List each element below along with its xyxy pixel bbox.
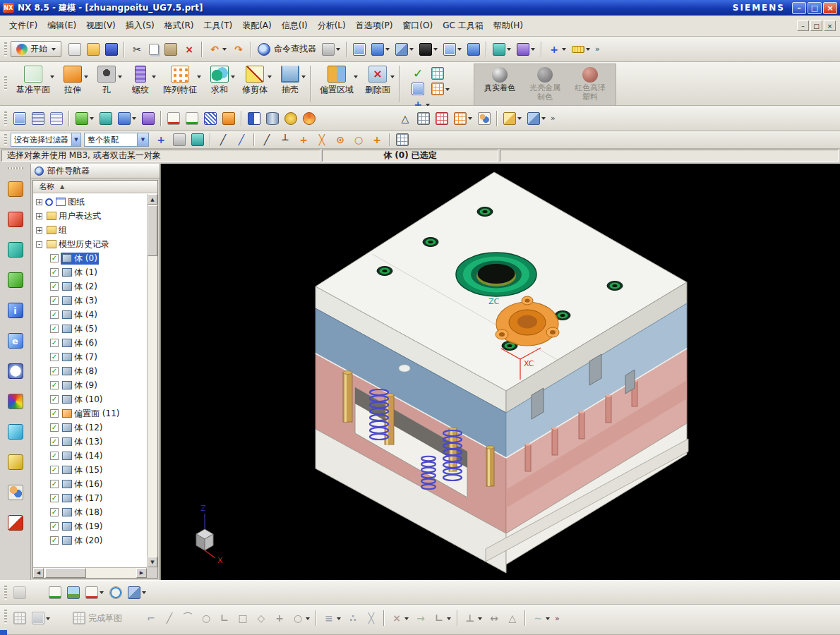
chevron-down-icon[interactable]: ▼ — [71, 133, 80, 146]
name-column-header[interactable]: 名称 ▲ — [33, 181, 157, 193]
window-arrange-icon[interactable] — [465, 41, 482, 58]
scroll-down-icon[interactable]: ▼ — [148, 557, 157, 567]
tree-checkbox[interactable]: ✓ — [50, 508, 59, 516]
shading-button[interactable]: 红色高泽塑料 — [568, 65, 613, 104]
new-file-icon[interactable] — [66, 41, 83, 58]
rectangle-icon[interactable]: □ — [234, 610, 251, 627]
feature-button[interactable]: 抽壳 — [273, 64, 307, 103]
dropdown-arrow[interactable] — [478, 617, 482, 622]
toolbar-grip[interactable] — [4, 134, 7, 145]
tree-checkbox[interactable]: ✓ — [50, 268, 59, 277]
tree-horizontal-scrollbar[interactable]: ◀ ▶ — [33, 567, 147, 578]
tree-item[interactable]: ✓ 体 (1) — [33, 265, 147, 279]
tree-item[interactable]: + 组 — [33, 223, 147, 237]
dropdown-arrow[interactable] — [390, 75, 395, 80]
new-window-icon[interactable] — [441, 41, 464, 58]
tile-windows-icon[interactable] — [369, 41, 392, 58]
display-mode-icon[interactable] — [126, 584, 148, 601]
quick-trim-icon[interactable]: × — [388, 610, 411, 627]
dropdown-arrow[interactable] — [546, 617, 550, 622]
tree-item[interactable]: ✓ 偏置面 (11) — [33, 406, 147, 421]
shading-button[interactable]: 光亮金属制色 — [522, 65, 568, 104]
project-curve-icon[interactable]: ╳ — [363, 610, 380, 627]
expression-grid-icon[interactable] — [452, 110, 474, 127]
tree-checkbox[interactable]: ✓ — [50, 254, 59, 262]
toolbar-grip[interactable] — [4, 76, 7, 90]
command-finder-icon[interactable] — [256, 41, 272, 58]
tree-checkbox[interactable]: ✓ — [50, 452, 59, 460]
fit-view-icon[interactable] — [47, 584, 64, 601]
face-rule-icon[interactable] — [171, 133, 188, 147]
tree-expander[interactable]: - — [36, 241, 42, 248]
menu-item[interactable]: 文件(F) — [4, 18, 42, 34]
tree-checkbox[interactable]: ✓ — [50, 423, 59, 432]
command-finder-label[interactable]: 命令查找器 — [274, 43, 316, 55]
measure-grid-icon[interactable] — [429, 82, 452, 96]
process-studio-icon[interactable] — [4, 421, 28, 442]
scroll-left-icon[interactable]: ◀ — [33, 568, 44, 578]
ellipse-icon[interactable]: ○ — [289, 610, 312, 627]
immediate-hide-icon[interactable] — [140, 110, 157, 127]
grid-lines-icon[interactable] — [202, 110, 219, 127]
tree-item[interactable]: ✓ 体 (17) — [33, 491, 147, 505]
type-filter-dropdown[interactable]: 没有选择过滤器 ▼ — [11, 133, 81, 147]
dropdown-arrow[interactable] — [222, 48, 227, 53]
cut-icon[interactable]: ✂ — [128, 41, 145, 58]
tree-checkbox[interactable]: ✓ — [50, 296, 59, 305]
doc-restore-button[interactable]: □ — [810, 20, 822, 31]
dropdown-arrow[interactable] — [445, 88, 450, 93]
tree-item[interactable]: ✓ 体 (20) — [33, 533, 147, 548]
open-icon[interactable] — [85, 41, 102, 58]
tree-checkbox[interactable]: ✓ — [50, 494, 59, 502]
feature-button[interactable]: 修剪体 — [236, 64, 273, 103]
undo-icon[interactable]: ↶ — [206, 41, 229, 58]
highlight-line-icon[interactable]: ╱ — [215, 133, 232, 147]
tree-item[interactable]: ✓ 体 (19) — [33, 519, 147, 533]
dropdown-arrow[interactable] — [468, 117, 472, 122]
annotation-grid-icon[interactable] — [433, 110, 450, 127]
angle-icon[interactable] — [220, 110, 237, 127]
point-icon[interactable]: + — [271, 610, 288, 627]
dropdown-arrow[interactable] — [562, 48, 566, 53]
menu-item[interactable]: 格式(R) — [160, 18, 199, 34]
profile-icon[interactable]: ⌐ — [143, 610, 160, 627]
scroll-right-icon[interactable]: ▶ — [136, 568, 147, 578]
dropdown-arrow[interactable] — [354, 75, 358, 80]
menu-item[interactable]: 信息(I) — [277, 18, 313, 34]
viewport-canvas[interactable]: XC ZC Z X — [161, 164, 840, 580]
layer-settings-icon[interactable] — [30, 110, 47, 127]
tree-item[interactable]: ✓ 体 (13) — [33, 435, 147, 449]
scrollbar-thumb[interactable] — [45, 568, 86, 578]
toolbar-grip[interactable] — [4, 586, 7, 600]
scroll-up-icon[interactable]: ▲ — [148, 194, 157, 205]
dropdown-arrow[interactable] — [404, 617, 409, 622]
snap-existing-point-icon[interactable]: + — [368, 133, 385, 147]
part-navigator-icon[interactable] — [4, 239, 28, 260]
constraint-navigator-icon[interactable] — [4, 209, 28, 230]
dropdown-arrow[interactable] — [447, 617, 451, 622]
dashed-line-icon[interactable]: ╱ — [233, 133, 250, 147]
tree-checkbox[interactable]: ✓ — [50, 536, 59, 545]
dropdown-arrow[interactable] — [152, 75, 156, 80]
body-rule-icon[interactable] — [189, 133, 206, 147]
sort-ascending-icon[interactable]: ▲ — [60, 183, 64, 190]
curve-analysis-icon[interactable] — [165, 110, 182, 127]
finish-sketch-button[interactable]: 完成草图 — [71, 610, 124, 627]
tree-expander[interactable]: + — [36, 213, 42, 219]
toolbar-grip[interactable] — [4, 610, 7, 624]
tree-item[interactable]: ✓ 体 (2) — [33, 279, 147, 294]
snap-quadrant-icon[interactable]: ○ — [350, 133, 367, 147]
web-browser-icon[interactable]: e — [4, 330, 28, 351]
system-scenes-icon[interactable] — [4, 512, 28, 533]
snap-control-point-icon[interactable]: + — [295, 133, 312, 147]
tree-checkbox[interactable]: ✓ — [50, 282, 59, 291]
tree-expander[interactable]: + — [36, 199, 42, 205]
doc-close-button[interactable]: × — [824, 20, 836, 31]
snap-midpoint-icon[interactable]: ┴ — [277, 133, 294, 147]
tree-checkbox[interactable]: ✓ — [50, 395, 59, 404]
snap-endpoint-icon[interactable]: ╱ — [258, 133, 275, 147]
dropdown-arrow[interactable] — [531, 48, 535, 53]
dropdown-arrow[interactable] — [306, 617, 310, 622]
tree-item[interactable]: + 图纸 — [33, 195, 147, 209]
fillet-icon[interactable]: ∟ — [216, 610, 233, 627]
